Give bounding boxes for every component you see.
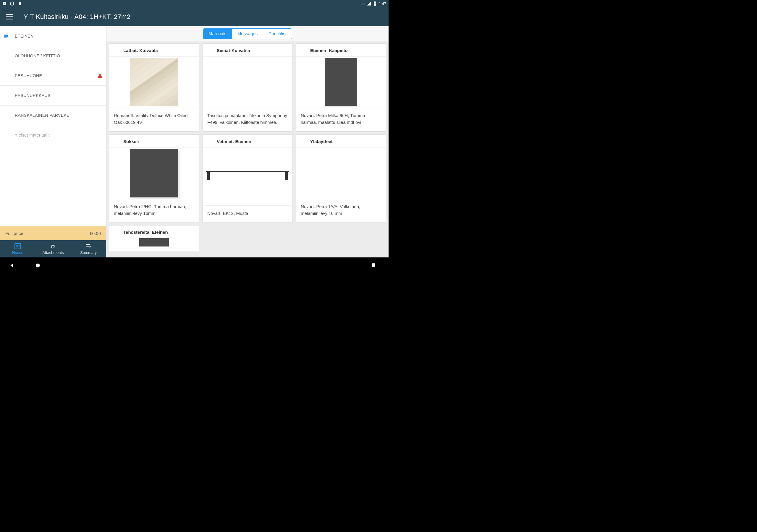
card-image (109, 238, 199, 247)
hamburger-icon[interactable] (6, 13, 15, 20)
svg-rect-15 (17, 247, 18, 248)
card-title: Seinät-Kuivatila (202, 44, 292, 57)
summary-icon (85, 243, 92, 249)
material-card[interactable]: Ylätäytteet Novart: Petra 1/VA, Valkoine… (296, 134, 386, 222)
clock: 1:47 (379, 1, 386, 6)
sidebar-room-general[interactable]: Yleiset materiaalit (0, 125, 106, 145)
room-sidebar: ETEINEN OLOHUONE / KEITTIÖ PESUHUONE PES… (0, 26, 106, 257)
room-label: OLOHUONE / KEITTIÖ (15, 53, 60, 58)
card-desc: Tasoitus ja maalaus, Tikkurila Symphony … (202, 107, 292, 131)
card-title: Eteinen: Kaapisto (296, 44, 386, 57)
svg-point-19 (36, 263, 40, 267)
sidebar-room-pesunurkkaus[interactable]: PESUNURKKAUS (0, 86, 106, 105)
nav-back-icon[interactable] (9, 262, 15, 269)
svg-rect-12 (17, 245, 18, 246)
battery-icon (373, 1, 377, 6)
svg-rect-6 (6, 16, 13, 17)
card-image (109, 57, 199, 107)
room-label: ETEINEN (15, 34, 33, 39)
bottom-tabs: House Attachments Summary (0, 240, 106, 257)
page-title: YIT Kultasirkku - A04: 1H+KT, 27m2 (24, 13, 131, 21)
card-title: Lattiat: Kuivatila (109, 44, 199, 57)
bottom-tab-label: Summary (80, 250, 97, 255)
bottom-tab-label: House (12, 250, 23, 255)
sd-card-icon (18, 1, 22, 6)
material-card[interactable]: Eteinen: Kaapisto Novart: Petra Milka 96… (296, 44, 386, 132)
card-title: Ylätäytteet (296, 135, 386, 148)
price-value: €0.00 (90, 231, 101, 236)
bottom-tab-house[interactable]: House (0, 240, 36, 257)
circle-icon (10, 1, 14, 6)
material-card[interactable]: Sokkeli Novart: Petra 2/HG, Tumma harmaa… (109, 134, 199, 222)
sidebar-room-pesuhuone[interactable]: PESUHUONE (0, 66, 106, 86)
alert-icon (97, 73, 103, 78)
svg-point-2 (11, 2, 14, 5)
paperclip-icon (50, 243, 56, 249)
card-image (296, 148, 386, 199)
room-label: Yleiset materiaalit (15, 133, 50, 137)
svg-rect-8 (100, 75, 100, 76)
nav-home-icon[interactable] (35, 262, 41, 269)
material-card[interactable]: Vetimet: Eteinen Novart: BK12, Musta (202, 134, 293, 222)
card-image (109, 148, 199, 199)
notification-icon: A (2, 1, 7, 6)
card-desc: Novart: BK12, Musta (202, 205, 292, 222)
svg-rect-18 (86, 246, 89, 247)
top-tabbar: Materials Messages Punchlist (106, 26, 388, 41)
card-title: Sokkeli (109, 135, 199, 148)
tag-icon (4, 34, 9, 38)
price-label: Full price (5, 231, 23, 236)
bottom-tab-attachments[interactable]: Attachments (36, 240, 71, 257)
room-label: RANSKALAINEN PARVEKE (15, 113, 70, 118)
tab-materials[interactable]: Materials (203, 29, 232, 39)
svg-rect-17 (86, 244, 90, 245)
card-desc: Novart: Petra 2/HG, Tumma harmaa, melami… (109, 199, 199, 222)
network-label: LTE (361, 2, 365, 5)
card-image (296, 57, 386, 107)
material-card[interactable]: Seinät-Kuivatila Tasoitus ja maalaus, Ti… (202, 44, 293, 132)
card-desc: Novart: Petra 1/VA, Valkoinen, melamiini… (296, 199, 386, 222)
android-nav-bar (0, 257, 388, 273)
card-desc: Novart: Petra Milka 96H, Tumma harmaa, m… (296, 107, 386, 131)
signal-icon (367, 1, 371, 6)
svg-rect-9 (100, 77, 100, 77)
svg-rect-13 (19, 245, 19, 246)
app-bar: YIT Kultasirkku - A04: 1H+KT, 27m2 (0, 7, 388, 26)
card-image (202, 57, 292, 107)
tab-punchlist[interactable]: Punchlist (263, 29, 292, 39)
card-desc: Romanoff: Vitality Deluxe White Oiled Oa… (109, 107, 199, 131)
svg-rect-16 (19, 247, 19, 248)
card-title: Vetimet: Eteinen (202, 135, 292, 148)
room-label: PESUHUONE (15, 73, 42, 78)
tab-messages[interactable]: Messages (232, 29, 263, 39)
svg-text:A: A (4, 2, 6, 5)
sidebar-room-eteinen[interactable]: ETEINEN (0, 26, 106, 46)
sidebar-room-parveke[interactable]: RANSKALAINEN PARVEKE (0, 105, 106, 125)
svg-rect-14 (16, 247, 16, 248)
material-card[interactable]: Lattiat: Kuivatila Romanoff: Vitality De… (109, 44, 199, 132)
svg-rect-7 (6, 18, 13, 19)
bottom-tab-summary[interactable]: Summary (71, 240, 106, 257)
room-label: PESUNURKKAUS (15, 93, 50, 98)
house-icon (15, 243, 21, 249)
svg-rect-4 (374, 1, 376, 2)
price-row: Full price €0.00 (0, 226, 106, 240)
svg-rect-20 (372, 263, 375, 267)
sidebar-room-olohuone[interactable]: OLOHUONE / KEITTIÖ (0, 46, 106, 66)
svg-rect-5 (6, 14, 13, 15)
card-image (202, 148, 292, 199)
svg-rect-10 (15, 244, 21, 249)
material-grid-scroll[interactable]: Lattiat: Kuivatila Romanoff: Vitality De… (106, 41, 388, 257)
card-title: Tehosteraita, Eteinen (109, 225, 199, 238)
svg-rect-11 (16, 245, 16, 246)
nav-recent-icon[interactable] (370, 262, 377, 268)
material-card[interactable]: Tehosteraita, Eteinen (109, 225, 199, 252)
bottom-tab-label: Attachments (42, 250, 64, 255)
android-status-bar: A LTE 1:47 (0, 0, 388, 7)
